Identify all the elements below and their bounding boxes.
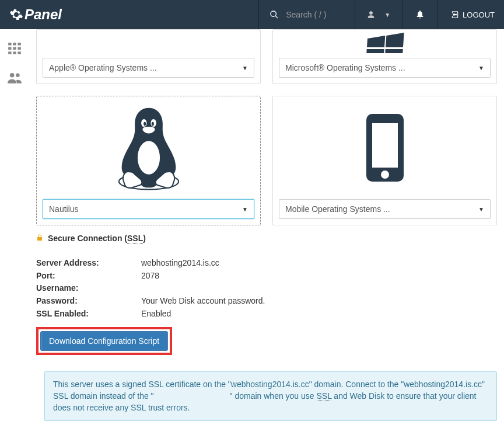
mobile-select-label: Mobile Operating Systems ... [285,204,390,214]
kv-server-address: Server Address: webhosting2014.is.cc [36,257,497,270]
logout-icon [451,11,459,19]
svg-rect-5 [18,47,20,50]
svg-rect-8 [18,51,20,54]
kv-ssl-enabled: SSL Enabled: Enabled [36,308,497,321]
svg-rect-3 [8,47,11,50]
logout-label: LOGOUT [463,11,495,19]
sidebar [0,29,29,92]
user-menu[interactable]: ▼ [355,0,402,29]
sidebar-apps-icon[interactable] [0,34,29,63]
svg-point-12 [137,141,159,174]
notifications[interactable] [402,0,438,29]
download-config-button[interactable]: Download Configuration Script [40,331,168,351]
logo-gear-icon [9,8,23,22]
svg-point-10 [16,73,19,77]
caret-down-icon: ▼ [384,12,390,18]
nautilus-select[interactable]: Nautilus ▼ [43,199,254,219]
svg-rect-6 [8,51,11,54]
svg-rect-2 [18,43,20,45]
sidebar-users-icon[interactable] [0,63,29,92]
mobile-select[interactable]: Mobile Operating Systems ... ▼ [279,199,491,219]
search-box[interactable] [258,0,355,29]
caret-down-icon: ▼ [478,65,484,71]
ssl-info-box: This server uses a signed SSL certificat… [44,371,497,421]
search-icon [270,10,279,19]
caret-down-icon: ▼ [478,206,484,213]
kv-password: Password: Your Web Disk account password… [36,295,497,308]
svg-rect-4 [13,47,16,50]
svg-point-9 [10,73,15,78]
topbar: Panel ▼ LOGOUT [0,0,504,29]
microsoft-select[interactable]: Microsoft® Operating Systems ... ▼ [279,58,491,78]
caret-down-icon: ▼ [242,206,248,213]
microsoft-select-label: Microsoft® Operating Systems ... [285,63,405,72]
windows-logo-icon [362,30,408,53]
bell-icon [415,10,425,19]
tux-icon [108,104,190,192]
lock-icon [36,234,46,243]
mobile-card: Mobile Operating Systems ... ▼ [272,96,497,225]
microsoft-card: Microsoft® Operating Systems ... ▼ [272,29,497,84]
linux-card: Nautilus ▼ [36,96,261,225]
kv-username: Username: [36,282,497,295]
svg-rect-1 [13,43,16,45]
svg-point-15 [144,122,146,126]
logo[interactable]: Panel [0,6,70,23]
ssl-abbr: SSL [127,234,143,243]
connection-details: Server Address: webhosting2014.is.cc Por… [36,257,497,320]
download-highlight: Download Configuration Script [36,327,172,355]
search-input[interactable] [286,10,344,19]
logo-text: Panel [24,6,62,23]
caret-down-icon: ▼ [242,65,248,71]
user-icon [367,11,375,19]
secure-connection-line: Secure Connection (SSL) [36,234,497,243]
logout-button[interactable]: LOGOUT [438,0,504,29]
svg-rect-18 [372,123,398,168]
mobile-icon [364,113,406,183]
svg-point-16 [151,122,153,126]
apple-select[interactable]: Apple® Operating Systems ... ▼ [43,58,254,78]
apple-select-label: Apple® Operating Systems ... [49,63,157,72]
main-content: Apple® Operating Systems ... ▼ Microsoft… [29,29,504,428]
kv-port: Port: 2078 [36,270,497,283]
nautilus-select-label: Nautilus [49,204,79,214]
apple-card: Apple® Operating Systems ... ▼ [36,29,261,84]
svg-point-19 [381,170,389,179]
svg-rect-7 [13,51,16,54]
svg-rect-0 [8,43,11,45]
